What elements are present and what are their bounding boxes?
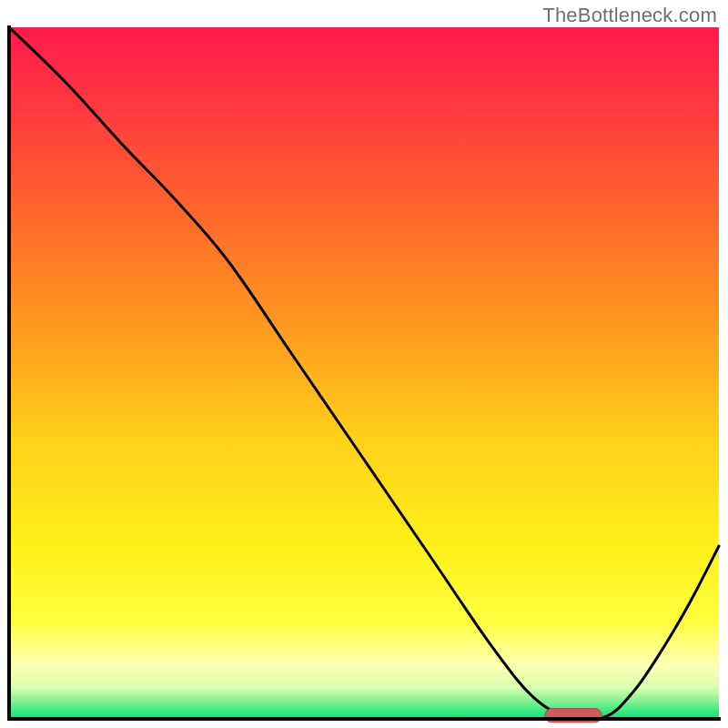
plot-area xyxy=(9,27,719,723)
chart-container: TheBottleneck.com xyxy=(0,0,728,728)
gradient-background xyxy=(9,27,719,719)
site-watermark: TheBottleneck.com xyxy=(542,4,717,27)
bottleneck-curve-chart xyxy=(0,0,728,728)
